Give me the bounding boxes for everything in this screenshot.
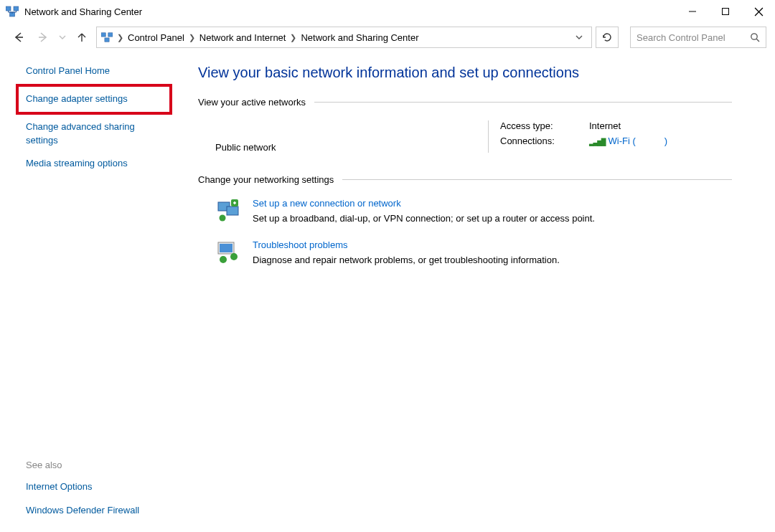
see-also-heading: See also <box>26 460 168 470</box>
svg-point-14 <box>220 215 226 222</box>
chevron-right-icon[interactable]: ❯ <box>290 33 296 42</box>
wifi-signal-icon: ▂▃▅▇ <box>589 137 606 146</box>
network-details: Access type: Internet Connections: ▂▃▅▇W… <box>488 120 732 153</box>
seealso-item-internet-options[interactable]: Internet Options <box>26 480 168 494</box>
breadcrumb-item[interactable]: Network and Internet <box>199 32 286 43</box>
search-input[interactable] <box>637 32 744 43</box>
sidebar-item-advanced-sharing[interactable]: Change advanced sharing settings <box>26 120 168 148</box>
connections-label: Connections: <box>500 136 572 146</box>
content-area: View your basic network information and … <box>181 52 775 532</box>
page-heading: View your basic network information and … <box>198 65 732 81</box>
back-button[interactable] <box>9 27 29 47</box>
address-bar[interactable]: ❯ Control Panel ❯ Network and Internet ❯… <box>96 27 592 48</box>
connection-name: Wi-Fi ( <box>609 136 636 146</box>
svg-rect-4 <box>723 9 729 15</box>
settings-item-new-connection: Set up a new connection or network Set u… <box>198 198 732 224</box>
network-type: Public network <box>215 120 488 153</box>
svg-point-18 <box>220 256 227 263</box>
search-icon[interactable] <box>750 32 760 42</box>
refresh-button[interactable] <box>596 27 619 48</box>
new-connection-icon <box>215 198 241 224</box>
titlebar: Network and Sharing Center <box>0 0 775 23</box>
svg-rect-7 <box>101 33 105 37</box>
sidebar: Control Panel Home Change adapter settin… <box>0 52 181 532</box>
history-dropdown[interactable] <box>57 27 67 47</box>
svg-rect-13 <box>227 206 238 215</box>
svg-line-11 <box>756 39 759 42</box>
divider <box>314 102 732 103</box>
highlight-annotation: Change adapter settings <box>16 84 172 115</box>
troubleshoot-icon <box>215 239 241 265</box>
minimize-button[interactable] <box>676 0 709 23</box>
window-title: Network and Sharing Center <box>24 6 142 17</box>
maximize-button[interactable] <box>709 0 742 23</box>
forward-button[interactable] <box>33 27 53 47</box>
seealso-item-firewall[interactable]: Windows Defender Firewall <box>26 504 168 518</box>
window-controls <box>676 0 775 23</box>
network-info: Public network Access type: Internet Con… <box>198 120 732 153</box>
setup-connection-desc: Set up a broadband, dial-up, or VPN conn… <box>253 213 595 224</box>
svg-rect-8 <box>108 33 113 37</box>
svg-point-19 <box>230 253 238 260</box>
section-label: Change your networking settings <box>198 174 334 185</box>
section-label: View your active networks <box>198 97 306 108</box>
address-dropdown[interactable] <box>576 34 587 41</box>
main-area: Control Panel Home Change adapter settin… <box>0 52 775 532</box>
access-type-label: Access type: <box>500 120 572 131</box>
up-button[interactable] <box>72 27 92 47</box>
connection-link[interactable]: ▂▃▅▇Wi-Fi () <box>589 136 667 146</box>
breadcrumb-item[interactable]: Network and Sharing Center <box>301 32 418 43</box>
svg-rect-9 <box>105 38 109 42</box>
search-box[interactable] <box>630 27 766 48</box>
svg-rect-17 <box>220 244 232 252</box>
network-center-icon <box>6 5 19 18</box>
breadcrumb-item[interactable]: Control Panel <box>128 32 184 43</box>
network-type-label: Public network <box>215 142 276 153</box>
settings-item-troubleshoot: Troubleshoot problems Diagnose and repai… <box>198 239 732 265</box>
sidebar-item-home[interactable]: Control Panel Home <box>26 65 168 78</box>
navigation-bar: ❯ Control Panel ❯ Network and Internet ❯… <box>0 23 775 52</box>
svg-point-10 <box>751 34 757 39</box>
close-button[interactable] <box>742 0 775 23</box>
network-center-icon <box>101 32 113 43</box>
setup-connection-link[interactable]: Set up a new connection or network <box>253 198 595 209</box>
troubleshoot-link[interactable]: Troubleshoot problems <box>253 239 560 250</box>
chevron-right-icon[interactable]: ❯ <box>117 33 123 42</box>
svg-rect-1 <box>14 6 19 11</box>
chevron-right-icon[interactable]: ❯ <box>189 33 195 42</box>
access-type-value: Internet <box>589 120 621 131</box>
troubleshoot-desc: Diagnose and repair network problems, or… <box>253 255 560 265</box>
sidebar-item-media-streaming[interactable]: Media streaming options <box>26 157 168 171</box>
section-change-settings: Change your networking settings <box>198 174 732 185</box>
divider <box>342 179 732 180</box>
sidebar-item-adapter-settings[interactable]: Change adapter settings <box>26 93 128 104</box>
section-active-networks: View your active networks <box>198 97 732 108</box>
svg-rect-0 <box>6 6 11 11</box>
